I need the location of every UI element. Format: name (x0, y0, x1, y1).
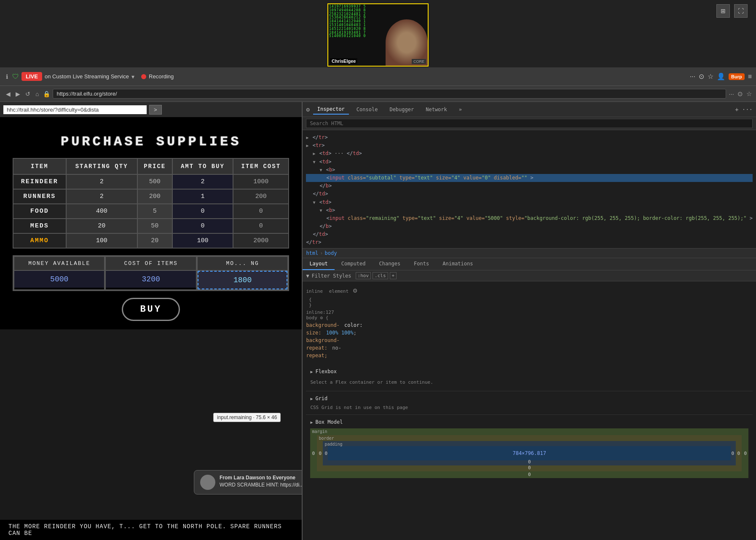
addr-star-icon[interactable]: ☆ (746, 90, 752, 98)
html-search-input[interactable] (306, 119, 753, 128)
dropdown-arrow-icon[interactable]: ▾ (131, 73, 134, 80)
col-item-cost: ITEM COST (233, 158, 289, 174)
info-icon[interactable]: ℹ (4, 72, 10, 81)
devtools-toolbar: ⚙ Inspector Console Debugger Network » +… (303, 102, 756, 117)
amt-input-ammo[interactable] (190, 237, 215, 244)
menu-icon[interactable]: ≡ (748, 73, 752, 80)
cost-cell: 1000 (233, 174, 289, 189)
tree-arrow[interactable]: ▼ (319, 168, 322, 172)
tab-fonts[interactable]: Fonts (407, 258, 436, 270)
cls-filter-btn[interactable]: .cls (373, 272, 388, 279)
reader-icon[interactable]: ⊙ (737, 90, 743, 98)
tree-arrow[interactable]: ▼ (313, 200, 315, 205)
live-badge: LIVE (21, 72, 42, 81)
hover-filter-btn[interactable]: :hov (356, 272, 371, 279)
home-btn[interactable]: ⌂ (34, 90, 40, 98)
box-model-header: ▶ Box Model (310, 419, 748, 425)
tab-network[interactable]: Network (421, 105, 451, 114)
amt-input-runners[interactable] (190, 193, 215, 200)
profile-icon[interactable]: 👤 (717, 72, 725, 80)
amt-input-meds[interactable] (190, 222, 215, 230)
money-available-value: 5000 (14, 271, 104, 288)
item-name: RUNNERS (13, 189, 66, 204)
star-icon[interactable]: ☆ (708, 72, 713, 80)
chat-message: WORD SCRAMBLE HINT: https://di... (220, 482, 303, 488)
burp-badge: Burp (729, 73, 745, 80)
flexbox-section: ▶ Flexbox Select a Flex container or ite… (306, 364, 753, 391)
expand-icon[interactable]: ⛶ (734, 4, 748, 18)
refresh-btn[interactable]: ↺ (24, 90, 32, 98)
html-tree: ▶ </tr> ▶ <tr> ▶ <td> ··· </td> ▼ <td> ▼… (303, 130, 756, 248)
tree-line: <input class="remaining" type="text" siz… (306, 214, 753, 222)
breadcrumb-body[interactable]: body (325, 250, 337, 256)
buy-button[interactable]: BUY (122, 298, 180, 321)
border-left: 0 (319, 451, 322, 456)
amt-input-cell[interactable] (172, 174, 233, 189)
amt-input-food[interactable] (190, 208, 215, 215)
col-amt-to-buy: AMT TO BUY (172, 158, 233, 174)
tab-layout[interactable]: Layout (303, 258, 334, 270)
addr-more-icon[interactable]: ··· (729, 90, 734, 97)
grid-section: ▶ Grid CSS Grid is not in use on this pa… (306, 391, 753, 414)
tab-animations[interactable]: Animations (436, 258, 480, 270)
tab-inspector[interactable]: Inspector (313, 104, 349, 115)
matrix-background: 1419716939937 5 1097494044208 8 25823210… (328, 4, 367, 39)
flexbox-arrow[interactable]: ▶ (310, 369, 313, 374)
starting-qty: 100 (66, 233, 137, 248)
tab-console[interactable]: Console (352, 105, 382, 114)
tree-arrow[interactable]: ▶ (306, 135, 308, 140)
item-name: MEDS (13, 219, 66, 233)
cost-of-items-value: 3200 (106, 271, 196, 288)
tab-debugger[interactable]: Debugger (385, 105, 418, 114)
grid-icon[interactable]: ⊞ (716, 4, 730, 18)
amt-input-cell[interactable] (172, 189, 233, 204)
breadcrumb-html[interactable]: html (306, 250, 318, 256)
game-panel: > PURCHASE SUPPLIES ITEM STARTING QTY PR… (0, 102, 303, 540)
tree-arrow[interactable]: ▼ (313, 160, 315, 164)
game-url-go-btn[interactable]: > (149, 105, 162, 115)
padding-left: 0 (324, 451, 327, 456)
address-input[interactable] (53, 89, 726, 99)
inline-element-info: inline element ⚙ (306, 285, 753, 296)
amt-input-reindeer[interactable] (190, 178, 215, 185)
flexbox-title: Flexbox (315, 369, 337, 374)
padding-right: 0 (731, 451, 734, 456)
money-section: MONEY AVAILABLE 5000 COST OF ITEMS 3200 … (13, 255, 289, 291)
box-border: border 0 0 0 padding 0 0 0 784×796.817 (317, 435, 742, 471)
core-badge: CORE (412, 59, 426, 64)
margin-right: 0 (744, 451, 747, 456)
tree-line: </b> (306, 222, 753, 230)
style-rules-section: background- color: size: 100% 100%; back… (306, 321, 753, 359)
table-row: MEDS 20 50 0 (13, 219, 289, 233)
game-url-input[interactable] (3, 105, 147, 114)
add-rule-btn[interactable]: + (390, 272, 397, 279)
amt-input-cell[interactable] (172, 233, 233, 248)
tree-line-selected[interactable]: <input class="subtotal" type="text" size… (306, 174, 753, 182)
devtools-settings-icon[interactable]: ⚙ (306, 106, 309, 113)
back-btn[interactable]: ◀ (4, 90, 12, 98)
grid-arrow[interactable]: ▶ (310, 396, 313, 401)
amt-input-cell[interactable] (172, 204, 233, 219)
tree-line: ▼ <b> (306, 206, 753, 214)
tab-changes[interactable]: Changes (373, 258, 407, 270)
webcam-container: 1419716939937 5 1097494044208 8 25823210… (327, 3, 429, 67)
tree-arrow[interactable]: ▶ (313, 151, 315, 156)
forward-btn[interactable]: ▶ (14, 90, 22, 98)
col-starting-qty: STARTING QTY (66, 158, 137, 174)
box-model-arrow[interactable]: ▶ (310, 420, 313, 425)
nav-buttons: ℹ (4, 72, 10, 81)
price: 50 (137, 219, 172, 233)
box-model-title: Box Model (315, 419, 343, 425)
devtools-add-icon[interactable]: + (735, 106, 738, 113)
more-icon[interactable]: ··· (690, 73, 695, 80)
margin-bottom: 0 (528, 472, 531, 477)
bookmark-icon[interactable]: ⊙ (699, 72, 704, 80)
tab-computed[interactable]: Computed (335, 258, 373, 270)
tree-line: </b> (306, 182, 753, 190)
devtools-overflow-icon[interactable]: ··· (742, 106, 753, 113)
cost-cell: 2000 (233, 233, 289, 248)
tree-arrow[interactable]: ▶ (306, 143, 308, 148)
amt-input-cell[interactable] (172, 219, 233, 233)
tree-arrow[interactable]: ▼ (319, 208, 322, 213)
tab-more[interactable]: » (455, 105, 466, 114)
